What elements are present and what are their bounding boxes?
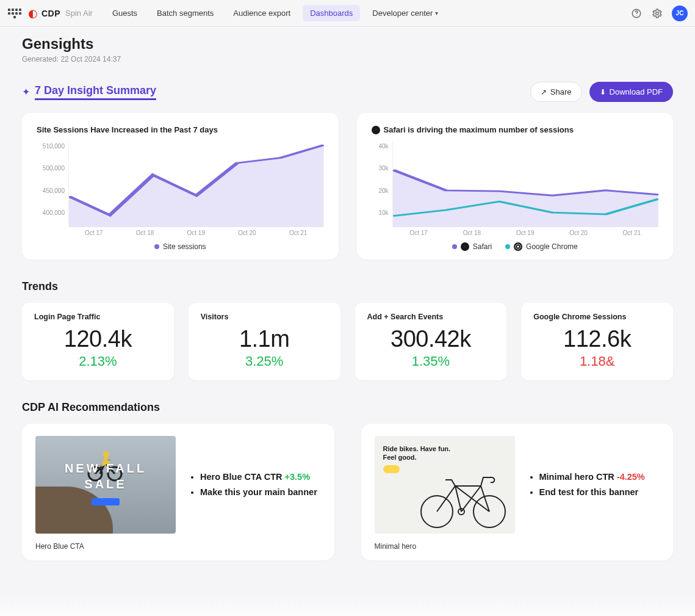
bullet-text: Hero Blue CTA CTR bbox=[200, 472, 285, 482]
x-tick: Oct 20 bbox=[552, 230, 605, 236]
x-tick: Oct 19 bbox=[499, 230, 552, 236]
thumb-text-line1: NEW FALL bbox=[65, 462, 146, 475]
download-label: Download PDF bbox=[610, 87, 663, 96]
y-axis: 40k 30k 20k 10k bbox=[372, 142, 392, 227]
settings-icon[interactable] bbox=[651, 7, 663, 20]
nav-developer-center[interactable]: Developer center ▾ bbox=[365, 5, 445, 21]
top-bar: ◐ CDP Spin Air Guests Batch segments Aud… bbox=[0, 0, 695, 27]
x-tick: Oct 18 bbox=[445, 230, 499, 236]
share-label: Share bbox=[550, 87, 572, 96]
nav-label: Guests bbox=[112, 9, 137, 18]
metric-delta: 1.35% bbox=[367, 353, 495, 369]
metric-value: 300.42k bbox=[367, 326, 495, 352]
recommendations-heading: CDP AI Recommendations bbox=[22, 401, 673, 414]
recommendation-bullets: Minimal hero CTR -4.25% End test for thi… bbox=[528, 469, 645, 499]
y-tick: 30k bbox=[372, 165, 389, 172]
summary-header-row: ✦ 7 Day Insight Summary ↗ Share ⬇ Downlo… bbox=[22, 82, 673, 102]
x-axis: Oct 17 Oct 18 Oct 19 Oct 20 Oct 21 bbox=[68, 230, 324, 236]
sparkle-icon: ✦ bbox=[22, 86, 30, 98]
plot-area bbox=[68, 142, 324, 227]
x-tick: Oct 17 bbox=[68, 230, 120, 236]
primary-nav: Guests Batch segments Audience export Da… bbox=[105, 5, 445, 21]
chart-title: Site Sessions Have Increased in the Past… bbox=[37, 125, 324, 134]
legend-swatch bbox=[505, 244, 510, 249]
metric-value: 120.4k bbox=[34, 326, 162, 352]
legend-item: Google Chrome bbox=[505, 242, 578, 251]
chart-site-sessions: Site Sessions Have Increased in the Past… bbox=[22, 113, 339, 259]
svg-point-1 bbox=[636, 15, 636, 16]
y-tick: 10k bbox=[372, 209, 389, 216]
y-tick: 510,000 bbox=[37, 143, 65, 150]
recommendation-bullets: Hero Blue CTA CTR +3.5% Make this your m… bbox=[189, 469, 317, 499]
nav-label: Developer center bbox=[372, 9, 433, 18]
help-icon[interactable] bbox=[630, 7, 643, 20]
metric-card: Add + Search Events 300.42k 1.35% bbox=[355, 303, 507, 380]
x-axis: Oct 17 Oct 18 Oct 19 Oct 20 Oct 21 bbox=[392, 230, 659, 236]
recommendation-caption: Minimal hero bbox=[375, 542, 660, 551]
nav-batch-segments[interactable]: Batch segments bbox=[149, 5, 221, 21]
page-title: Gensights bbox=[22, 35, 673, 53]
metric-delta: 1.18& bbox=[533, 353, 661, 369]
summary-title: 7 Day Insight Summary bbox=[35, 84, 156, 100]
recommendation-caption: Hero Blue CTA bbox=[35, 542, 321, 551]
apps-grid-icon[interactable] bbox=[7, 6, 22, 21]
recommendation-bullet: Hero Blue CTA CTR +3.5% bbox=[200, 469, 317, 485]
metric-card: Login Page Traffic 120.4k 2.13% bbox=[22, 303, 174, 380]
chrome-icon bbox=[514, 242, 522, 251]
page-generated-label: Generated: 22 Oct 2024 14:37 bbox=[22, 55, 673, 63]
legend-label: Site sessions bbox=[163, 242, 206, 251]
recommendation-thumbnail: Ride bikes. Have fun. Feel good. bbox=[375, 436, 515, 534]
bullet-delta: -4.25% bbox=[617, 472, 645, 482]
metric-value: 112.6k bbox=[533, 326, 661, 352]
nav-guests[interactable]: Guests bbox=[105, 5, 145, 21]
x-tick: Oct 19 bbox=[170, 230, 221, 236]
user-avatar[interactable]: JC bbox=[672, 5, 688, 21]
metric-card: Google Chrome Sessions 112.6k 1.18& bbox=[521, 303, 673, 380]
thumb-pill bbox=[383, 465, 400, 473]
nav-label: Dashboards bbox=[310, 9, 353, 18]
metric-label: Login Page Traffic bbox=[34, 313, 162, 321]
legend-item: Safari bbox=[452, 242, 492, 251]
share-icon: ↗ bbox=[541, 88, 547, 96]
chevron-down-icon: ▾ bbox=[435, 10, 438, 16]
metric-card: Visitors 1.1m 3.25% bbox=[189, 303, 340, 380]
nav-dashboards[interactable]: Dashboards bbox=[303, 5, 360, 21]
thumb-text-line2: SALE bbox=[84, 477, 126, 491]
safari-icon bbox=[461, 242, 469, 251]
y-tick: 40k bbox=[372, 143, 389, 150]
bicycle-graphic bbox=[414, 463, 511, 530]
chart-legend: Safari Google Chrome bbox=[372, 242, 659, 251]
product-name: CDP bbox=[41, 9, 60, 18]
recommendation-bullet: Make this your main banner bbox=[200, 485, 317, 500]
download-icon: ⬇ bbox=[600, 88, 606, 96]
logo-mark-icon: ◐ bbox=[28, 8, 38, 19]
avatar-initials: JC bbox=[676, 10, 684, 16]
chart-legend: Site sessions bbox=[37, 242, 324, 251]
metric-delta: 2.13% bbox=[34, 353, 162, 369]
chart-title: Safari is driving the maximum number of … bbox=[384, 125, 574, 134]
svg-point-2 bbox=[656, 12, 659, 15]
thumb-copy-line2: Feel good. bbox=[383, 454, 417, 461]
metric-value: 1.1m bbox=[201, 326, 328, 352]
safari-icon bbox=[372, 126, 380, 134]
plot-area bbox=[392, 142, 659, 227]
x-tick: Oct 17 bbox=[392, 230, 445, 236]
recommendation-bullet: End test for this banner bbox=[539, 485, 645, 500]
legend-swatch bbox=[452, 244, 457, 249]
download-pdf-button[interactable]: ⬇ Download PDF bbox=[589, 82, 673, 102]
nav-audience-export[interactable]: Audience export bbox=[226, 5, 298, 21]
metric-label: Visitors bbox=[201, 313, 328, 321]
svg-point-3 bbox=[373, 127, 378, 132]
bullet-text: Minimal hero CTR bbox=[539, 472, 617, 482]
x-tick: Oct 18 bbox=[120, 230, 171, 236]
y-axis: 510,000 500,000 450,000 400,000 bbox=[37, 142, 68, 227]
bullet-delta: +3.5% bbox=[285, 472, 311, 482]
product-logo[interactable]: ◐ CDP bbox=[28, 8, 60, 19]
metric-label: Add + Search Events bbox=[367, 313, 495, 321]
svg-point-4 bbox=[517, 245, 519, 247]
share-button[interactable]: ↗ Share bbox=[530, 82, 582, 102]
y-tick: 400,000 bbox=[37, 209, 65, 216]
y-tick: 500,000 bbox=[37, 165, 65, 172]
y-tick: 20k bbox=[372, 187, 389, 194]
chart-browser-sessions: Safari is driving the maximum number of … bbox=[357, 113, 674, 259]
